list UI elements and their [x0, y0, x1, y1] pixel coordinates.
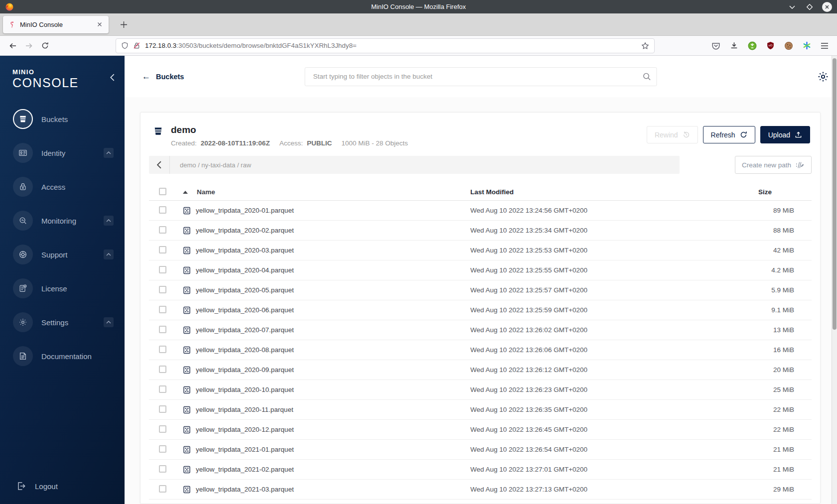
search-input[interactable]	[305, 67, 657, 86]
current-path[interactable]: demo / ny-taxi-data / raw	[180, 161, 251, 169]
maximize-icon[interactable]	[805, 2, 815, 12]
rewind-button[interactable]: Rewind	[647, 126, 698, 143]
sidebar-item-buckets[interactable]: Buckets	[0, 108, 125, 130]
object-name[interactable]: yellow_tripdata_2020-02.parquet	[196, 227, 294, 234]
minimize-icon[interactable]	[787, 2, 797, 12]
row-checkbox[interactable]	[159, 266, 166, 273]
url-bar[interactable]: 172.18.0.3:30503/buckets/demo/browse/bnk…	[116, 38, 655, 53]
table-row[interactable]: yellow_tripdata_2021-03.parquet Wed Aug …	[149, 480, 812, 500]
sidebar-item-support[interactable]: Support	[0, 244, 125, 265]
reload-button[interactable]	[37, 38, 53, 53]
sidebar-item-logout[interactable]: Logout	[0, 481, 125, 491]
row-checkbox[interactable]	[159, 306, 166, 313]
object-name[interactable]: yellow_tripdata_2020-05.parquet	[196, 286, 294, 294]
close-icon[interactable]	[822, 2, 832, 12]
object-name[interactable]: yellow_tripdata_2020-10.parquet	[196, 386, 294, 393]
object-name[interactable]: yellow_tripdata_2021-02.parquet	[196, 466, 294, 473]
table-row[interactable]: yellow_tripdata_2020-02.parquet Wed Aug …	[149, 221, 812, 241]
row-checkbox[interactable]	[159, 445, 166, 453]
chevron-up-icon[interactable]	[104, 216, 114, 226]
sidebar-item-documentation[interactable]: Documentation	[0, 345, 125, 367]
row-checkbox[interactable]	[159, 425, 166, 433]
pocket-icon[interactable]	[711, 41, 720, 50]
new-tab-button[interactable]	[117, 17, 131, 31]
container-asterisk-icon[interactable]	[803, 41, 811, 50]
sidebar-item-label: Access	[41, 183, 65, 191]
sidebar-item-settings[interactable]: Settings	[0, 311, 125, 333]
table-row[interactable]: yellow_tripdata_2020-05.parquet Wed Aug …	[149, 280, 812, 300]
sidebar-item-access[interactable]: Access	[0, 176, 125, 198]
column-header-modified[interactable]: Last Modified	[470, 188, 737, 196]
object-last-modified: Wed Aug 10 2022 13:26:02 GMT+0200	[470, 326, 737, 334]
sidebar-item-monitoring[interactable]: Monitoring	[0, 210, 125, 232]
object-last-modified: Wed Aug 10 2022 13:24:56 GMT+0200	[470, 207, 737, 214]
row-checkbox[interactable]	[159, 246, 166, 253]
chevron-up-icon[interactable]	[104, 317, 114, 327]
chevron-up-icon[interactable]	[104, 250, 114, 259]
column-header-size[interactable]: Size	[737, 188, 812, 196]
bucket-meta: Created: 2022-08-10T11:19:06Z Access: PU…	[171, 139, 408, 147]
object-name[interactable]: yellow_tripdata_2020-07.parquet	[196, 326, 294, 334]
object-name[interactable]: yellow_tripdata_2020-12.parquet	[196, 426, 294, 433]
table-row[interactable]: yellow_tripdata_2020-11.parquet Wed Aug …	[149, 400, 812, 420]
sidebar-item-identity[interactable]: Identity	[0, 142, 125, 164]
table-row[interactable]: yellow_tripdata_2020-06.parquet Wed Aug …	[149, 300, 812, 320]
sidebar-item-license[interactable]: License	[0, 277, 125, 299]
back-button[interactable]	[5, 38, 21, 53]
object-name[interactable]: yellow_tripdata_2020-03.parquet	[196, 247, 294, 254]
row-checkbox[interactable]	[159, 286, 166, 293]
shield-icon[interactable]	[121, 42, 129, 49]
row-checkbox[interactable]	[159, 366, 166, 373]
row-checkbox[interactable]	[159, 485, 166, 493]
downloads-icon[interactable]	[730, 41, 738, 50]
table-row[interactable]: yellow_tripdata_2020-01.parquet Wed Aug …	[149, 201, 812, 221]
sidebar-collapse-icon[interactable]	[110, 74, 115, 81]
table-row[interactable]: yellow_tripdata_2020-12.parquet Wed Aug …	[149, 420, 812, 440]
scrollbar-thumb[interactable]	[833, 58, 837, 330]
column-header-name[interactable]: Name	[179, 188, 470, 196]
object-name[interactable]: yellow_tripdata_2020-04.parquet	[196, 266, 294, 274]
path-back-chevron-icon[interactable]	[149, 156, 170, 174]
row-checkbox[interactable]	[159, 226, 166, 234]
object-name[interactable]: yellow_tripdata_2020-06.parquet	[196, 306, 294, 314]
table-row[interactable]: yellow_tripdata_2020-03.parquet Wed Aug …	[149, 241, 812, 260]
insecure-lock-icon[interactable]	[133, 42, 140, 49]
ublock-shield-icon[interactable]: uO	[766, 41, 775, 50]
table-row[interactable]: yellow_tripdata_2021-02.parquet Wed Aug …	[149, 460, 812, 480]
row-checkbox[interactable]	[159, 206, 166, 214]
extension-green-icon[interactable]	[748, 41, 757, 50]
cookie-icon[interactable]	[784, 41, 793, 50]
row-checkbox[interactable]	[159, 385, 166, 393]
chevron-up-icon[interactable]	[104, 148, 114, 158]
lock-icon	[13, 177, 33, 197]
select-all-checkbox[interactable]	[159, 188, 166, 195]
object-name[interactable]: yellow_tripdata_2020-09.parquet	[196, 366, 294, 374]
refresh-button[interactable]: Refresh	[703, 126, 755, 143]
back-to-buckets-link[interactable]: ← Buckets	[142, 72, 184, 81]
upload-button[interactable]: Upload	[760, 126, 810, 143]
object-name[interactable]: yellow_tripdata_2020-11.parquet	[196, 406, 293, 413]
table-row[interactable]: yellow_tripdata_2020-09.parquet Wed Aug …	[149, 360, 812, 380]
object-size: 16 MiB	[737, 346, 812, 354]
tab-close-icon[interactable]	[95, 19, 105, 29]
object-name[interactable]: yellow_tripdata_2020-08.parquet	[196, 346, 294, 354]
table-row[interactable]: yellow_tripdata_2021-01.parquet Wed Aug …	[149, 440, 812, 460]
object-name[interactable]: yellow_tripdata_2021-01.parquet	[196, 446, 294, 453]
row-checkbox[interactable]	[159, 465, 166, 473]
create-new-path-button[interactable]: Create new path	[735, 156, 812, 174]
object-name[interactable]: yellow_tripdata_2021-03.parquet	[196, 486, 294, 493]
row-checkbox[interactable]	[159, 326, 166, 333]
row-checkbox[interactable]	[159, 346, 166, 353]
bookmark-star-icon[interactable]	[641, 42, 649, 50]
row-checkbox[interactable]	[159, 405, 166, 413]
table-row[interactable]: yellow_tripdata_2020-08.parquet Wed Aug …	[149, 340, 812, 360]
object-name[interactable]: yellow_tripdata_2020-01.parquet	[196, 207, 294, 214]
table-row[interactable]: yellow_tripdata_2020-10.parquet Wed Aug …	[149, 380, 812, 400]
menu-icon[interactable]	[821, 42, 829, 49]
forward-button[interactable]	[21, 38, 37, 53]
table-row[interactable]: yellow_tripdata_2020-07.parquet Wed Aug …	[149, 320, 812, 340]
url-text[interactable]: 172.18.0.3:30503/buckets/demo/browse/bnk…	[145, 42, 357, 49]
tab-minio-console[interactable]: MinIO Console	[3, 16, 109, 33]
console-settings-gear-icon[interactable]	[817, 71, 829, 83]
table-row[interactable]: yellow_tripdata_2020-04.parquet Wed Aug …	[149, 260, 812, 280]
